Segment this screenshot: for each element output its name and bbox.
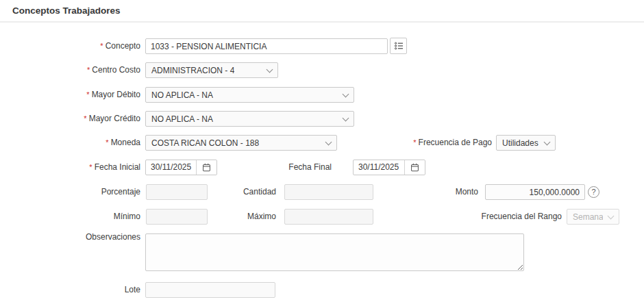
conceptos-trabajadores-form: Conceptos Trabajadores *Concepto *Centro…	[0, 0, 644, 304]
fecha-final-datepicker: 30/11/2025	[353, 160, 425, 175]
calendar-icon	[202, 163, 211, 172]
chevron-down-icon	[325, 138, 332, 145]
mayor-credito-select[interactable]: NO APLICA - NA	[145, 111, 354, 127]
chevron-down-icon	[544, 138, 551, 145]
mayor-debito-select[interactable]: NO APLICA - NA	[145, 87, 354, 103]
mayor-credito-label: *Mayor Crédito	[0, 111, 140, 127]
lote-input[interactable]	[145, 282, 275, 298]
frecuencia-pago-value: Utilidades	[502, 138, 538, 148]
moneda-select[interactable]: COSTA RICAN COLON - 188	[145, 135, 337, 151]
chevron-down-icon	[608, 212, 615, 219]
observaciones-textarea[interactable]	[145, 233, 524, 271]
moneda-label: *Moneda	[0, 135, 140, 151]
chevron-down-icon	[267, 66, 273, 73]
maximo-label: Máximo	[206, 209, 276, 225]
lote-label: Lote	[0, 282, 140, 298]
centro-costo-value: ADMINISTRACION - 4	[151, 66, 234, 75]
cantidad-input[interactable]	[284, 184, 373, 200]
header-divider	[0, 21, 644, 23]
monto-input[interactable]	[485, 184, 585, 200]
porcentaje-label: Porcentaje	[0, 184, 140, 200]
required-marker: *	[84, 114, 86, 123]
page-title: Conceptos Trabajadores	[12, 5, 121, 16]
required-marker: *	[86, 90, 89, 99]
monto-label: Monto	[418, 184, 478, 200]
help-icon[interactable]: ?	[588, 186, 599, 198]
frecuencia-pago-select[interactable]: Utilidades	[496, 135, 556, 151]
chevron-down-icon	[343, 114, 349, 121]
frecuencia-rango-label: Frecuencia del Rango	[452, 209, 562, 225]
minimo-input[interactable]	[146, 209, 208, 225]
fecha-final-input[interactable]: 30/11/2025	[354, 160, 404, 175]
fecha-final-calendar-button[interactable]	[404, 160, 425, 175]
required-marker: *	[87, 66, 90, 74]
centro-costo-label: *Centro Costo	[0, 62, 140, 78]
mayor-debito-value: NO APLICA - NA	[151, 90, 213, 100]
chevron-down-icon	[343, 90, 349, 97]
cantidad-label: Cantidad	[206, 184, 276, 200]
porcentaje-input[interactable]	[146, 184, 208, 200]
concepto-lov-button[interactable]	[390, 38, 407, 54]
fecha-inicial-calendar-button[interactable]	[196, 160, 216, 175]
concepto-input[interactable]	[145, 38, 388, 54]
list-of-values-icon	[394, 41, 404, 51]
fecha-final-label: Fecha Final	[267, 160, 332, 175]
required-marker: *	[100, 42, 103, 50]
calendar-icon	[410, 163, 419, 172]
minimo-label: Mínimo	[0, 209, 140, 225]
required-marker: *	[89, 163, 92, 171]
maximo-input[interactable]	[284, 209, 373, 225]
required-marker: *	[413, 138, 416, 147]
concepto-label: *Concepto	[0, 38, 140, 54]
mayor-debito-label: *Mayor Débito	[0, 87, 140, 103]
frecuencia-rango-select: Semanal	[567, 209, 619, 225]
mayor-credito-value: NO APLICA - NA	[151, 114, 213, 124]
moneda-value: COSTA RICAN COLON - 188	[151, 138, 259, 148]
fecha-inicial-datepicker: 30/11/2025	[145, 160, 217, 175]
centro-costo-select[interactable]: ADMINISTRACION - 4	[145, 62, 278, 78]
fecha-inicial-label: *Fecha Inicial	[0, 160, 140, 175]
frecuencia-rango-value: Semanal	[573, 212, 603, 222]
required-marker: *	[106, 138, 108, 147]
fecha-inicial-input[interactable]: 30/11/2025	[146, 160, 196, 175]
frecuencia-pago-label: *Frecuencia de Pago	[384, 135, 492, 151]
observaciones-label: Observaciones	[0, 231, 140, 242]
